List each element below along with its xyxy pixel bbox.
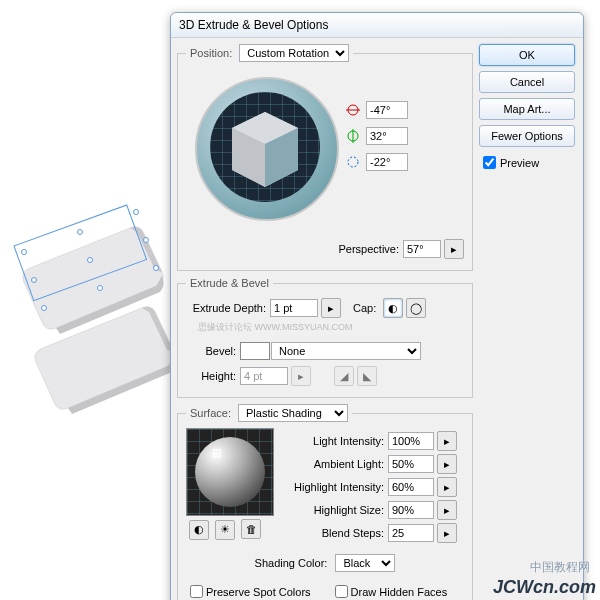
preserve-spot-checkbox[interactable] (190, 585, 203, 598)
bevel-preview (240, 342, 270, 360)
x-angle-input[interactable] (366, 101, 408, 119)
bevel-out-icon: ◣ (357, 366, 377, 386)
svg-point-6 (98, 286, 103, 291)
extrude-bevel-group: Extrude & Bevel Extrude Depth: ▸ Cap: ◐ … (177, 277, 473, 398)
cap-off-icon[interactable]: ◯ (406, 298, 426, 318)
svg-point-7 (42, 306, 47, 311)
bevel-label: Bevel: (186, 345, 236, 357)
new-light-icon[interactable]: ☀ (215, 520, 235, 540)
x-axis-icon (346, 103, 360, 117)
light-intensity-input[interactable] (388, 432, 434, 450)
inline-watermark: 思缘设计论坛 WWW.MISSYUAN.COM (198, 321, 464, 334)
draw-hidden-label: Draw Hidden Faces (351, 586, 448, 598)
svg-point-18 (348, 157, 358, 167)
height-menu-icon: ▸ (291, 366, 311, 386)
shading-color-label: Shading Color: (255, 557, 328, 569)
canvas-artwork (10, 200, 180, 422)
cap-label: Cap: (353, 302, 376, 314)
ok-button[interactable]: OK (479, 44, 575, 66)
hi-menu-icon[interactable]: ▸ (437, 477, 457, 497)
cap-on-icon[interactable]: ◐ (383, 298, 403, 318)
cancel-button[interactable]: Cancel (479, 71, 575, 93)
li-menu-icon[interactable]: ▸ (437, 431, 457, 451)
svg-point-3 (134, 210, 139, 215)
ambient-light-input[interactable] (388, 455, 434, 473)
map-art-button[interactable]: Map Art... (479, 98, 575, 120)
surface-shading-select[interactable]: Plastic Shading (238, 404, 348, 422)
draw-hidden-checkbox[interactable] (335, 585, 348, 598)
perspective-label: Perspective: (338, 243, 399, 255)
delete-light-icon[interactable]: 🗑 (241, 519, 261, 539)
svg-point-9 (88, 258, 93, 263)
preview-label: Preview (500, 157, 539, 169)
svg-point-8 (32, 278, 37, 283)
rotation-trackball[interactable] (190, 72, 340, 222)
y-axis-icon (346, 129, 360, 143)
watermark-cn: 中国教程网 (530, 559, 590, 576)
surface-legend: Surface: (190, 407, 231, 419)
extrude-depth-label: Extrude Depth: (186, 302, 266, 314)
highlight-intensity-label: Highlight Intensity: (284, 481, 384, 493)
perspective-menu-icon[interactable]: ▸ (444, 239, 464, 259)
blend-steps-input[interactable] (388, 524, 434, 542)
z-axis-icon (346, 155, 360, 169)
perspective-input[interactable] (403, 240, 441, 258)
hs-menu-icon[interactable]: ▸ (437, 500, 457, 520)
highlight-size-input[interactable] (388, 501, 434, 519)
bevel-in-icon: ◢ (334, 366, 354, 386)
highlight-size-label: Highlight Size: (284, 504, 384, 516)
al-menu-icon[interactable]: ▸ (437, 454, 457, 474)
light-sphere-preview[interactable] (186, 428, 274, 516)
svg-point-4 (144, 238, 149, 243)
surface-group: Surface: Plastic Shading ◐ ☀ 🗑 (177, 404, 473, 600)
position-group: Position: Custom Rotation (177, 44, 473, 271)
light-back-icon[interactable]: ◐ (189, 520, 209, 540)
watermark-en: JCWcn.com (493, 577, 596, 598)
preview-checkbox[interactable] (483, 156, 496, 169)
preserve-spot-label: Preserve Spot Colors (206, 586, 311, 598)
light-intensity-label: Light Intensity: (284, 435, 384, 447)
light-handle[interactable] (213, 449, 221, 457)
y-angle-input[interactable] (366, 127, 408, 145)
shading-color-select[interactable]: Black (335, 554, 395, 572)
extrude-legend: Extrude & Bevel (186, 277, 273, 289)
rotation-mode-select[interactable]: Custom Rotation (239, 44, 349, 62)
svg-point-1 (22, 250, 27, 255)
bevel-height-label: Height: (186, 370, 236, 382)
bevel-select[interactable]: None (271, 342, 421, 360)
dialog-title: 3D Extrude & Bevel Options (171, 13, 583, 38)
ambient-light-label: Ambient Light: (284, 458, 384, 470)
svg-point-5 (154, 266, 159, 271)
blend-steps-label: Blend Steps: (284, 527, 384, 539)
position-legend: Position: (190, 47, 232, 59)
depth-menu-icon[interactable]: ▸ (321, 298, 341, 318)
z-angle-input[interactable] (366, 153, 408, 171)
bevel-height-input (240, 367, 288, 385)
bs-menu-icon[interactable]: ▸ (437, 523, 457, 543)
extrude-depth-input[interactable] (270, 299, 318, 317)
highlight-intensity-input[interactable] (388, 478, 434, 496)
fewer-options-button[interactable]: Fewer Options (479, 125, 575, 147)
dialog-3d-extrude-bevel: 3D Extrude & Bevel Options Position: Cus… (170, 12, 584, 600)
svg-point-2 (78, 230, 83, 235)
